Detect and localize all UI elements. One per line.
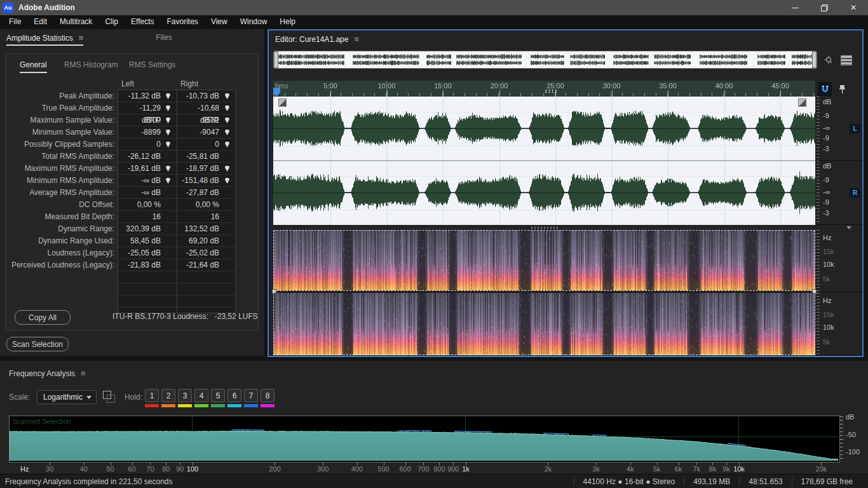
status-bar: Frequency Analysis completed in 221,50 s…: [0, 474, 868, 488]
freq-tick-label: 30: [37, 465, 62, 473]
frequency-axis: Hz30405060708090100200300400500600700800…: [9, 463, 841, 474]
channel-badge-l[interactable]: L: [850, 124, 860, 133]
stats-footer: Copy All ITU-R BS.1770-3 Loudness: -23,5…: [6, 307, 258, 330]
spectral-display[interactable]: [273, 230, 815, 355]
scale-label: -9: [823, 176, 829, 184]
panel-tab-files[interactable]: Files: [156, 33, 172, 42]
minimize-button[interactable]: [780, 0, 810, 15]
snapping-toggle[interactable]: [818, 82, 832, 96]
overview-waveform: [274, 51, 817, 68]
editor-panel-tab[interactable]: Editor: Cure14A1.ape≡: [275, 34, 359, 44]
scan-selection-button[interactable]: Scan Selection: [6, 337, 69, 351]
stat-value-right: 69,20 dB: [179, 235, 219, 247]
hold-button-8[interactable]: 8: [261, 389, 275, 402]
magnet-icon: [820, 85, 830, 94]
ruler-time-label: 5:00: [315, 82, 346, 90]
stat-value-right: -25,02 dB: [179, 247, 219, 259]
ruler-time-label: 30:00: [597, 82, 627, 90]
overview-navigator[interactable]: [273, 51, 817, 69]
editor-layout-icon[interactable]: [839, 53, 853, 67]
menu-multitrack[interactable]: Multitrack: [53, 15, 98, 28]
hold-button-5[interactable]: 5: [211, 389, 225, 402]
overview-left-handle[interactable]: [274, 51, 278, 68]
copy-all-button[interactable]: Copy All: [15, 310, 71, 325]
subtab-rms-histogram[interactable]: RMS Histogram: [64, 60, 118, 69]
stat-value-right: -18,97 dB: [179, 163, 219, 175]
stat-value-left: -11,29 dBTP: [120, 102, 161, 114]
stat-label: Dynamic Range Used:: [0, 235, 114, 247]
stat-value-right: 0: [179, 139, 219, 151]
stat-label: Measured Bit Depth:: [0, 211, 114, 223]
scale-label: -3: [823, 145, 829, 152]
ruler-time-label: 40:00: [709, 82, 740, 90]
stats-panel-menu-icon[interactable]: ≡: [79, 33, 84, 43]
menu-edit[interactable]: Edit: [27, 15, 53, 28]
scale-label: -3: [823, 209, 829, 217]
hold-button-7[interactable]: 7: [244, 389, 258, 402]
stat-label: DC Offset:: [0, 199, 114, 211]
waveform-display[interactable]: [273, 97, 815, 225]
stat-label: Dynamic Range:: [0, 223, 114, 235]
menu-help[interactable]: Help: [273, 15, 302, 28]
subtab-rms-settings[interactable]: RMS Settings: [129, 60, 175, 69]
menu-window[interactable]: Window: [234, 15, 274, 28]
freq-tick-label: 400: [344, 465, 370, 473]
hold-button-1[interactable]: 1: [145, 389, 159, 402]
stat-value-left: -25,05 dB: [120, 247, 161, 259]
selection-handle[interactable]: [272, 289, 276, 294]
hold-button-3[interactable]: 3: [178, 389, 192, 402]
close-button[interactable]: ✕: [839, 0, 868, 15]
ruler-cursor-line: [386, 81, 387, 97]
view-splitter[interactable]: [273, 225, 815, 230]
scale-select[interactable]: Logarithmic: [37, 390, 97, 404]
hold-button-6[interactable]: 6: [227, 389, 241, 402]
fade-in-handle[interactable]: [278, 98, 287, 107]
ruler-time-label: 45:00: [765, 82, 796, 90]
menu-favorites[interactable]: Favorites: [161, 15, 205, 28]
freq-tick-label: 3k: [583, 465, 609, 473]
scale-label: Hz: [823, 234, 831, 241]
ruler-time-label: 15:00: [428, 82, 458, 90]
subtab-general[interactable]: General: [20, 60, 47, 73]
stat-label: Minimum RMS Amplitude:: [0, 175, 114, 187]
hold-button-4[interactable]: 4: [194, 389, 208, 402]
amplitude-statistics-panel: Amplitude Statistics≡Files GeneralRMS Hi…: [0, 29, 264, 356]
hold-color-bar: [161, 404, 175, 407]
hold-button-2[interactable]: 2: [161, 389, 175, 402]
hold-color-bar: [145, 404, 159, 407]
stat-value-right: -21,64 dB: [179, 259, 219, 271]
copy-graph-button[interactable]: [102, 390, 115, 403]
stat-value-right: -151,48 dB: [179, 175, 219, 187]
marker-pin-button[interactable]: [836, 83, 848, 95]
stat-value-right: 16: [179, 211, 219, 223]
menu-view[interactable]: View: [205, 15, 234, 28]
amplitude-scale-channel: dB-9-∞-9-3L: [817, 97, 862, 161]
pushpin-icon: [838, 85, 846, 94]
overview-right-handle[interactable]: [812, 51, 817, 68]
menu-clip[interactable]: Clip: [98, 15, 125, 28]
stats-panel-tabs: Amplitude Statistics≡Files: [6, 33, 184, 46]
amplitude-scale: dB-9-∞-9-3LdB-9-∞-9-3R: [817, 97, 862, 225]
channel-badge-r[interactable]: R: [850, 188, 860, 198]
frequency-panel-menu-icon[interactable]: ≡: [81, 369, 86, 378]
zoom-navigate-icon[interactable]: [822, 53, 836, 67]
editor-panel-menu-icon[interactable]: ≡: [354, 34, 359, 44]
frequency-analysis-tab[interactable]: Frequency Analysis≡: [9, 369, 86, 378]
stat-value-right: 132,52 dB: [179, 223, 219, 235]
selection-handle[interactable]: [812, 289, 817, 294]
stat-value-left: 16: [120, 211, 161, 223]
restore-button[interactable]: [810, 0, 839, 15]
scale-label: dB: [823, 98, 831, 105]
frequency-plot[interactable]: Scanned Selection: [9, 416, 840, 463]
fade-out-handle[interactable]: [798, 98, 806, 107]
panel-tab-amplitude-statistics[interactable]: Amplitude Statistics≡: [6, 33, 83, 46]
menu-effects[interactable]: Effects: [125, 15, 160, 28]
collapse-arrow-icon[interactable]: [846, 226, 851, 229]
stat-label: Peak Amplitude:: [0, 90, 114, 102]
freq-tick-label: 40: [71, 465, 97, 473]
timeline-ruler[interactable]: hms 5:0010:0015:0020:0025:0030:0035:0040…: [273, 81, 815, 97]
restore-icon: [821, 4, 828, 11]
hold-color-bar: [244, 404, 258, 407]
frequency-scale-channel: Hz15k10k5k: [817, 293, 862, 355]
menu-file[interactable]: File: [3, 15, 27, 28]
